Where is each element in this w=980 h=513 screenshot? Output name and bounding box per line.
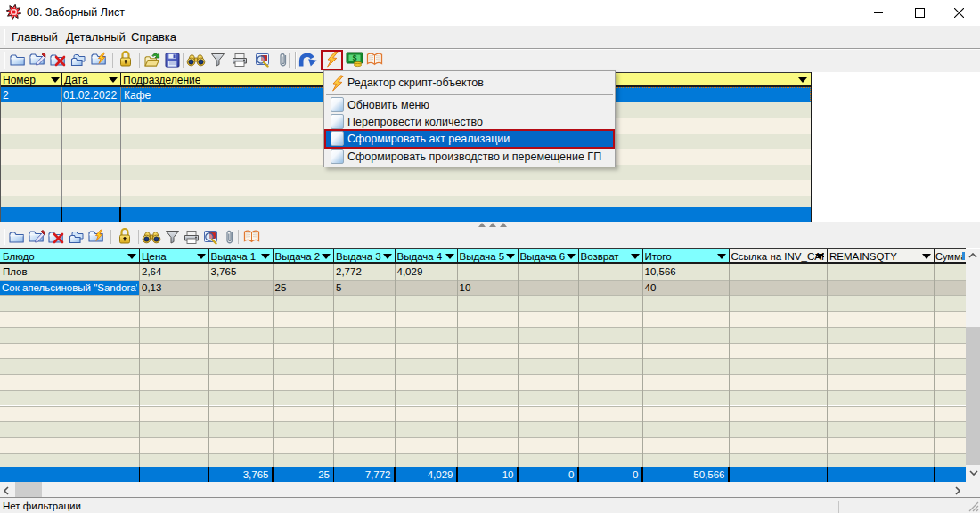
- svg-text:$: $: [353, 53, 357, 62]
